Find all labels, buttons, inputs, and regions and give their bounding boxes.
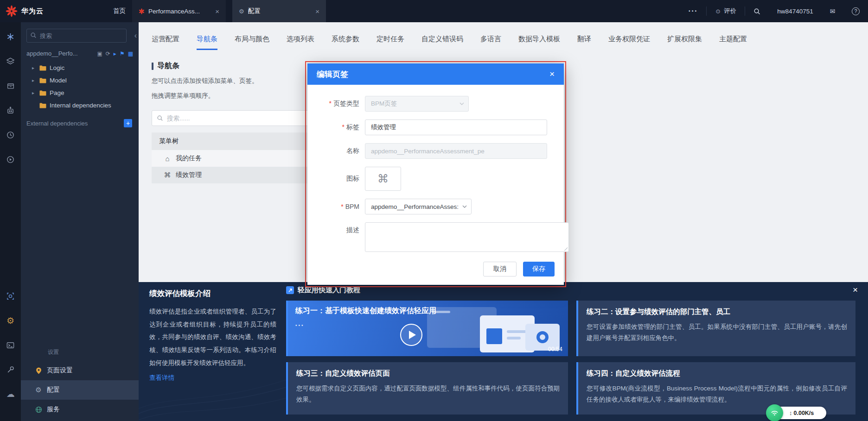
panel-search <box>26 29 127 43</box>
field-row-tag: 标签 <box>315 119 547 135</box>
tab-custom-error-codes[interactable]: 自定义错误码 <box>421 35 463 50</box>
icon-picker-button[interactable]: ⌘ <box>365 167 401 191</box>
settings-gear-icon[interactable]: ⚙ <box>6 315 16 326</box>
tree-item-logic[interactable]: ▸ Logic <box>21 62 139 74</box>
mail-icon[interactable]: ✉ <box>822 0 843 22</box>
card-body: 您可修改BPM(商业流模型，Business Process Model)流程中… <box>587 383 847 406</box>
tag-label: 标签 <box>315 123 365 132</box>
app-structure-icon[interactable] <box>6 31 16 42</box>
video-illustration <box>427 304 562 352</box>
tab-operation-config[interactable]: 运营配置 <box>152 35 179 50</box>
card-title: 练习二：设置参与绩效评估的部门主管、员工 <box>587 307 847 317</box>
network-widget: ↕ 0.00K/s ↓ 1 <box>774 407 826 419</box>
search-icon <box>753 8 760 15</box>
tab-multilanguage[interactable]: 多语言 <box>480 35 501 50</box>
panel-bottom-nav: 设置 页面设置 ⚙ 配置 服务 <box>21 348 139 421</box>
updown-arrows-icon: ↕ <box>789 409 792 416</box>
tag-input[interactable] <box>365 119 547 135</box>
topbar-right: ··· ☺ 评价 hw84740751 ✉ ? <box>680 0 868 22</box>
help-button[interactable]: ? <box>843 0 868 22</box>
config-tab[interactable]: ⚙ 配置 × <box>232 0 326 22</box>
card-body: 您可设置参加绩效管理的部门主管、员工。如果系统中没有部门主管、员工用户账号，请先… <box>587 321 847 344</box>
app-tab[interactable]: PerformanceAss... × <box>132 0 226 22</box>
collapse-panel-icon[interactable]: ‹ <box>134 31 137 40</box>
bpm-select[interactable]: appdemo__PerformanceAsses: <box>365 199 472 214</box>
intro-text: 绩效评估是指企业或者组织管理者、员工为了达到企业或者组织目标，持续提升员工的绩效… <box>149 305 276 369</box>
tree-item-internal-dependencies[interactable]: Internal dependencies <box>21 99 139 112</box>
tutorial-card-3[interactable]: 练习三：自定义绩效评估页面 您可根据需求自定义页面内容，通过配置页面数据模型、组… <box>286 362 568 415</box>
cancel-button[interactable]: 取消 <box>483 262 517 276</box>
preview-icon[interactable]: ▸ <box>114 50 116 57</box>
add-dependency-button[interactable]: + <box>124 119 132 127</box>
search-button[interactable] <box>745 0 769 22</box>
checkbox-icon[interactable]: ▣ <box>97 50 102 57</box>
field-row-icon: 图标 ⌘ <box>315 167 547 191</box>
home-link[interactable]: 首页 <box>113 7 126 15</box>
wrench-icon[interactable] <box>6 364 16 375</box>
app-row: appdemo__Perfo... ▣ ⟳ ▸ ⚑ ▦ <box>26 50 133 57</box>
grid-icon[interactable]: ▦ <box>128 50 133 57</box>
tutorial-card-video[interactable]: 练习一：基于模板快速创建绩效评估轻应用 ••• 00:54 <box>286 301 568 356</box>
layers-icon[interactable] <box>6 56 16 66</box>
tab-option-lists[interactable]: 选项列表 <box>287 35 314 50</box>
debug-run-icon[interactable] <box>6 154 16 164</box>
config-tab-bar: 运营配置 导航条 布局与颜色 选项列表 系统参数 定时任务 自定义错误码 多语言… <box>139 22 868 50</box>
tree-item-page[interactable]: ▸ Page <box>21 87 139 99</box>
caret-icon[interactable]: ▸ <box>32 90 36 95</box>
tab-business-permissions[interactable]: 业务权限凭证 <box>608 35 650 50</box>
caret-icon[interactable]: ▸ <box>32 65 36 70</box>
sidebar-item-config[interactable]: ⚙ 配置 <box>21 380 139 400</box>
username[interactable]: hw84740751 <box>769 0 821 22</box>
feedback-button[interactable]: ☺ 评价 <box>707 0 745 22</box>
field-row-description: 描述 <box>315 222 547 252</box>
search-icon <box>30 32 37 38</box>
refresh-icon[interactable]: ⟳ <box>106 50 110 57</box>
tab-scheduled-tasks[interactable]: 定时任务 <box>377 35 404 50</box>
chevron-down-icon <box>462 205 467 208</box>
robot-icon[interactable] <box>6 105 16 115</box>
app-tab-close-icon[interactable]: × <box>214 7 220 15</box>
view-details-link[interactable]: 查看详情 <box>149 374 174 382</box>
window-dots-icon: ••• <box>295 323 305 328</box>
tab-navigation-bar[interactable]: 导航条 <box>197 35 217 50</box>
caret-icon[interactable]: ▸ <box>32 78 36 83</box>
intro-title: 绩效评估模板介绍 <box>149 289 276 299</box>
external-dependencies-label: External dependencies <box>26 120 88 127</box>
save-button[interactable]: 保存 <box>523 262 555 276</box>
config-tab-close-icon[interactable]: × <box>314 7 320 15</box>
description-textarea[interactable] <box>365 222 569 252</box>
terminal-icon[interactable] <box>6 340 16 350</box>
name-input <box>365 143 547 159</box>
folder-icon <box>39 90 46 96</box>
dialog-footer: 取消 保存 <box>307 260 564 285</box>
dialog-header: 编辑页签 × <box>307 63 564 85</box>
tab-translation[interactable]: 翻译 <box>577 35 591 50</box>
dialog-close-icon[interactable]: × <box>548 69 556 79</box>
tab-type-select[interactable]: BPM页签 <box>365 96 469 112</box>
globe-icon <box>35 406 42 413</box>
cloud-upload-icon[interactable]: ☁ <box>6 389 16 399</box>
package-icon[interactable] <box>6 81 16 91</box>
tutorial-close-icon[interactable]: × <box>853 285 858 295</box>
tab-extended-permission-set[interactable]: 扩展权限集 <box>667 35 702 50</box>
tab-layout-colors[interactable]: 布局与颜色 <box>235 35 269 50</box>
tree-item-model[interactable]: ▸ Model <box>21 74 139 87</box>
sidebar-item-services[interactable]: 服务 <box>21 400 139 419</box>
more-menu-icon[interactable]: ··· <box>680 0 706 22</box>
sidebar-item-page-settings[interactable]: 页面设置 <box>21 361 139 380</box>
tutorial-card-2[interactable]: 练习二：设置参与绩效评估的部门主管、员工 您可设置参加绩效管理的部门主管、员工。… <box>576 301 855 356</box>
folder-icon <box>39 103 46 108</box>
tutorial-cards: 练习一：基于模板快速创建绩效评估轻应用 ••• 00:54 练习二：设置参与绩效… <box>286 301 855 415</box>
tab-data-import-template[interactable]: 数据导入模板 <box>518 35 560 50</box>
history-icon[interactable] <box>6 130 16 140</box>
settings-group-label: 设置 <box>21 348 139 361</box>
tab-system-params[interactable]: 系统参数 <box>332 35 359 50</box>
gear-icon: ⚙ <box>35 386 42 394</box>
tab-theme-config[interactable]: 主题配置 <box>719 35 747 50</box>
field-row-name: 名称 <box>315 143 547 159</box>
play-button[interactable] <box>400 324 422 346</box>
flag-icon[interactable]: ⚑ <box>120 50 125 57</box>
panel-search-input[interactable] <box>26 29 127 43</box>
scan-preview-icon[interactable] <box>6 291 16 301</box>
network-speed-pill[interactable]: ↕ 0.00K/s <box>774 407 826 419</box>
